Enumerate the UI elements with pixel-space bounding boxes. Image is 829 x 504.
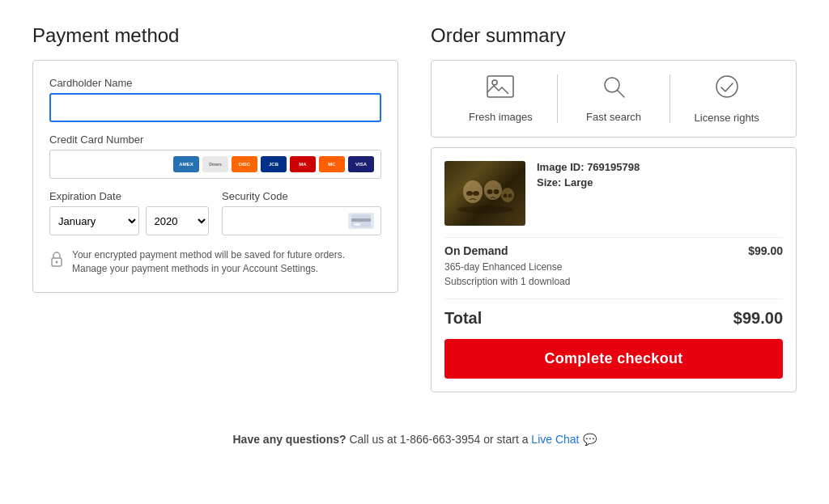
order-features-box: Fresh images Fast search xyxy=(431,60,797,138)
on-demand-price: $99.00 xyxy=(748,244,783,257)
order-details-box: Image ID: 769195798 Size: Large On Deman… xyxy=(431,147,797,392)
check-circle-icon xyxy=(714,74,740,105)
order-title: Order summary xyxy=(431,24,797,47)
diners-icon: Diners xyxy=(202,156,228,172)
image-id-label: Image ID: xyxy=(537,161,585,173)
feature-fresh-images: Fresh images xyxy=(444,74,557,123)
license-rights-label: License rights xyxy=(695,112,759,124)
image-icon xyxy=(486,74,515,104)
jcb-icon: JCB xyxy=(261,156,287,172)
svg-rect-1 xyxy=(351,218,371,222)
footer-bar: Have any questions? Call us at 1-866-663… xyxy=(0,417,829,462)
order-line-on-demand: On Demand 365-day Enhanced License Subsc… xyxy=(444,237,783,295)
year-select[interactable]: 2020 2021 2022 2023 2024 2025 xyxy=(146,206,209,235)
lock-notice-text: Your encrypted payment method will be sa… xyxy=(72,248,381,276)
security-card-icon xyxy=(348,213,374,229)
checkout-button[interactable]: Complete checkout xyxy=(444,339,783,379)
svg-rect-2 xyxy=(354,223,360,226)
svg-point-7 xyxy=(605,78,619,92)
feature-license-rights: License rights xyxy=(670,74,783,124)
image-size: Size: Large xyxy=(537,176,783,188)
amex-icon: AMEX xyxy=(173,156,199,172)
discover-icon: DISC xyxy=(232,156,257,172)
credit-card-label: Credit Card Number xyxy=(49,133,381,146)
expiry-security-row: Expiration Date January February March A… xyxy=(49,190,381,235)
lock-notice: Your encrypted payment method will be sa… xyxy=(49,248,381,276)
total-line: Total $99.00 xyxy=(444,299,783,339)
payment-title: Payment method xyxy=(32,24,398,47)
credit-card-input-wrapper: AMEX Diners DISC JCB MA MC VISA xyxy=(49,150,381,179)
security-label: Security Code xyxy=(222,190,381,202)
on-demand-title: On Demand xyxy=(444,244,748,257)
svg-rect-5 xyxy=(487,76,513,97)
payment-box: Cardholder Name Credit Card Number AMEX … xyxy=(32,60,398,293)
fast-search-label: Fast search xyxy=(586,111,641,123)
svg-point-10 xyxy=(463,180,483,203)
svg-point-17 xyxy=(504,194,508,198)
mastercard-icon: MC xyxy=(319,156,345,172)
month-select[interactable]: January February March April May June Ju… xyxy=(49,206,139,235)
svg-point-4 xyxy=(56,261,58,264)
image-info: Image ID: 769195798 Size: Large xyxy=(537,161,783,226)
cardholder-name-input[interactable] xyxy=(49,93,381,122)
expiration-label: Expiration Date xyxy=(49,190,209,202)
size-value: Large xyxy=(564,176,593,188)
svg-point-14 xyxy=(487,189,493,194)
on-demand-sub2: Subscription with 1 download xyxy=(444,274,748,289)
svg-point-12 xyxy=(473,191,479,196)
total-price: $99.00 xyxy=(733,309,783,328)
svg-point-18 xyxy=(508,194,512,198)
chat-bubble-icon: 💬 xyxy=(583,433,597,446)
svg-point-9 xyxy=(716,76,738,97)
search-icon xyxy=(602,74,626,104)
security-section: Security Code xyxy=(222,190,381,235)
footer-phone: Call us at 1-866-663-3954 or start a xyxy=(346,433,532,446)
on-demand-sub1: 365-day Enhanced License xyxy=(444,260,748,274)
image-row: Image ID: 769195798 Size: Large xyxy=(444,161,783,226)
security-input-wrapper xyxy=(222,206,381,235)
cardholder-name-label: Cardholder Name xyxy=(49,77,381,89)
image-id: Image ID: 769195798 xyxy=(537,161,783,173)
total-label: Total xyxy=(444,309,482,328)
svg-point-11 xyxy=(466,191,473,196)
svg-point-16 xyxy=(501,188,514,202)
lock-icon xyxy=(49,250,64,272)
image-id-value: 769195798 xyxy=(587,161,640,173)
feature-fast-search: Fast search xyxy=(558,74,670,123)
on-demand-label-group: On Demand 365-day Enhanced License Subsc… xyxy=(444,244,748,289)
svg-point-19 xyxy=(457,205,513,214)
expiry-section: Expiration Date January February March A… xyxy=(49,190,209,235)
product-thumbnail xyxy=(444,161,525,226)
expiry-selects: January February March April May June Ju… xyxy=(49,206,209,235)
fresh-images-label: Fresh images xyxy=(469,111,533,123)
order-section: Order summary Fresh images xyxy=(431,24,797,392)
maestro-icon: MA xyxy=(290,156,316,172)
svg-line-8 xyxy=(618,91,624,97)
main-container: Payment method Cardholder Name Credit Ca… xyxy=(0,0,829,417)
size-label: Size: xyxy=(537,176,561,188)
visa-icon: VISA xyxy=(348,156,374,172)
svg-point-6 xyxy=(492,80,497,85)
svg-point-15 xyxy=(494,189,500,194)
live-chat-link[interactable]: Live Chat xyxy=(531,433,579,446)
footer-question: Have any questions? xyxy=(233,433,346,446)
payment-section: Payment method Cardholder Name Credit Ca… xyxy=(32,24,398,293)
thumbnail-skulls xyxy=(444,161,525,226)
